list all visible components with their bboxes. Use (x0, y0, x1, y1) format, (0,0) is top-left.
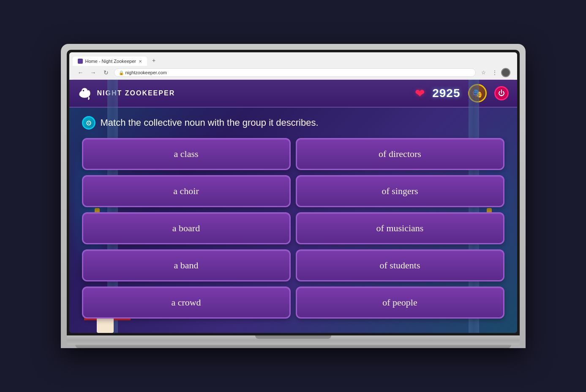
menu-button[interactable]: ⋮ (490, 68, 499, 77)
answer-btn-of-people[interactable]: of people (296, 287, 504, 319)
new-tab-button[interactable]: + (148, 55, 160, 66)
laptop-wrapper: Home - Night Zookeeper ✕ + ← → ↻ 🔒 night… (61, 44, 526, 348)
question-icon: ⊙ (82, 116, 95, 130)
back-button[interactable]: ← (76, 68, 85, 77)
browser-chrome: Home - Night Zookeeper ✕ + ← → ↻ 🔒 night… (69, 52, 517, 80)
question-box: ⊙ Match the collective noun with the gro… (82, 116, 504, 130)
tab-favicon (78, 59, 83, 64)
svg-point-3 (79, 94, 82, 96)
laptop-outer: Home - Night Zookeeper ✕ + ← → ↻ 🔒 night… (61, 44, 526, 348)
game-logo: NIGHT ZOOKEEPER (78, 86, 175, 101)
bookmark-button[interactable]: ☆ (479, 68, 488, 77)
answer-btn-a-class[interactable]: a class (82, 138, 291, 170)
question-text: Match the collective noun with the group… (101, 117, 319, 128)
svg-point-4 (87, 94, 90, 96)
browser-tabs-row: Home - Night Zookeeper ✕ + (73, 55, 514, 66)
forward-button[interactable]: → (89, 68, 98, 77)
question-icon-symbol: ⊙ (86, 119, 91, 127)
answer-btn-a-crowd[interactable]: a crowd (82, 287, 291, 319)
answer-btn-of-musicians[interactable]: of musicians (296, 212, 504, 244)
browser-actions: ☆ ⋮ (479, 68, 510, 77)
refresh-button[interactable]: ↻ (101, 68, 111, 77)
heart-icon: ❤ (415, 87, 425, 100)
address-bar[interactable]: 🔒 nightzookeeper.com (114, 68, 476, 77)
game-stats: ❤ 2925 🎭 ⏻ (415, 84, 508, 103)
score-display: 2925 (432, 87, 460, 100)
laptop-screen: Home - Night Zookeeper ✕ + ← → ↻ 🔒 night… (69, 52, 517, 333)
svg-point-5 (82, 90, 84, 92)
answer-btn-of-students[interactable]: of students (296, 249, 504, 281)
game-header: NIGHT ZOOKEEPER ❤ 2925 🎭 ⏻ (69, 80, 517, 108)
answer-btn-of-singers[interactable]: of singers (296, 175, 504, 207)
game-area: NIGHT ZOOKEEPER ❤ 2925 🎭 ⏻ (69, 80, 517, 333)
answer-btn-a-choir[interactable]: a choir (82, 175, 291, 207)
profile-button[interactable] (501, 68, 510, 77)
laptop-foot (75, 345, 511, 348)
screen-bezel: Home - Night Zookeeper ✕ + ← → ↻ 🔒 night… (67, 50, 520, 335)
answer-btn-a-band[interactable]: a band (82, 249, 291, 281)
lock-icon: 🔒 (119, 70, 124, 75)
power-button[interactable]: ⏻ (494, 86, 509, 100)
laptop-base (67, 335, 520, 345)
question-area: ⊙ Match the collective noun with the gro… (69, 108, 517, 134)
tab-close-icon[interactable]: ✕ (139, 59, 142, 64)
answer-grid: a classof directorsa choirof singersa bo… (69, 134, 517, 327)
answer-btn-of-directors[interactable]: of directors (296, 138, 504, 170)
power-icon: ⏻ (498, 89, 505, 97)
url-text: nightzookeeper.com (125, 70, 167, 75)
active-tab[interactable]: Home - Night Zookeeper ✕ (73, 57, 147, 66)
tab-title: Home - Night Zookeeper (85, 59, 136, 64)
browser-toolbar: ← → ↻ 🔒 nightzookeeper.com ☆ ⋮ (73, 66, 514, 80)
answer-btn-a-board[interactable]: a board (82, 212, 291, 244)
elephant-icon (78, 86, 93, 101)
laptop-notch (255, 335, 331, 339)
